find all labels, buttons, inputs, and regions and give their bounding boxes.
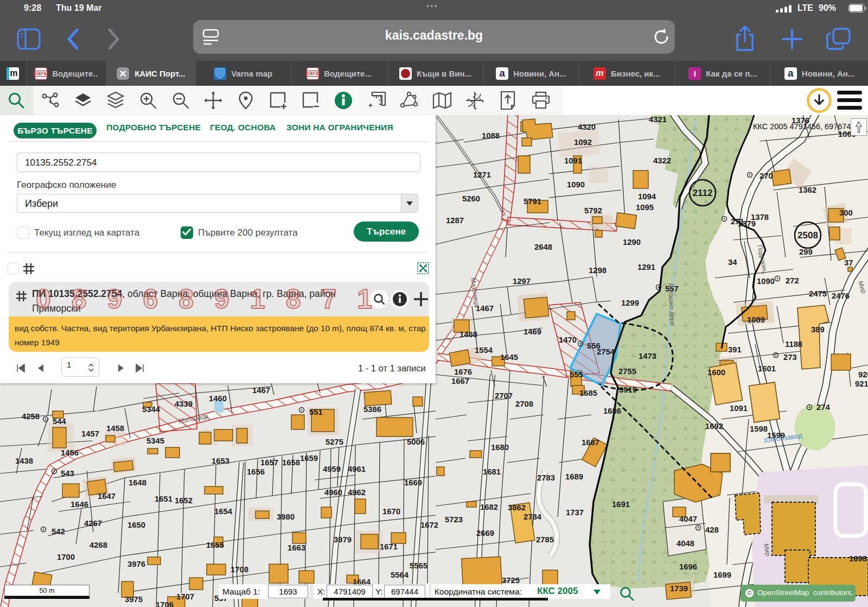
svg-text:2648: 2648 — [534, 243, 552, 251]
svg-text:1600: 1600 — [707, 368, 725, 377]
svg-text:3725: 3725 — [502, 576, 520, 585]
svg-text:1682: 1682 — [480, 503, 498, 511]
svg-text:1667: 1667 — [451, 377, 469, 385]
svg-text:1091: 1091 — [564, 156, 582, 165]
svg-text:4320: 4320 — [578, 123, 596, 131]
svg-text:4959: 4959 — [323, 465, 341, 473]
svg-text:1737: 1737 — [566, 508, 584, 517]
svg-text:1362: 1362 — [799, 186, 816, 194]
svg-text:2785: 2785 — [536, 535, 554, 544]
svg-text:1672: 1672 — [420, 521, 438, 529]
svg-text:1698: 1698 — [849, 554, 867, 563]
svg-text:5275: 5275 — [326, 438, 343, 446]
svg-text:5386: 5386 — [363, 405, 381, 414]
svg-text:1598: 1598 — [750, 425, 768, 433]
svg-text:1092: 1092 — [574, 138, 592, 147]
svg-text:5345: 5345 — [146, 437, 164, 445]
svg-text:5006: 5006 — [407, 438, 425, 446]
svg-text:1706: 1706 — [156, 600, 174, 607]
svg-text:389: 389 — [811, 325, 825, 334]
svg-text:551: 551 — [309, 408, 323, 416]
svg-text:1287: 1287 — [446, 216, 464, 225]
svg-text:1601: 1601 — [758, 364, 776, 373]
svg-text:5792: 5792 — [584, 206, 602, 215]
svg-text:1670: 1670 — [382, 507, 400, 516]
svg-text:5723: 5723 — [445, 515, 463, 524]
svg-text:273: 273 — [783, 353, 797, 362]
svg-text:1707: 1707 — [176, 592, 194, 601]
svg-text:1646: 1646 — [71, 500, 88, 509]
svg-text:1473: 1473 — [639, 352, 656, 361]
svg-text:1460: 1460 — [209, 394, 227, 403]
svg-text:1652: 1652 — [175, 496, 193, 505]
svg-text:1681: 1681 — [483, 467, 501, 476]
svg-text:3976: 3976 — [127, 560, 145, 568]
svg-text:5791: 5791 — [524, 197, 541, 206]
svg-text:542: 542 — [52, 527, 65, 536]
svg-text:1645: 1645 — [500, 353, 518, 362]
svg-text:1291: 1291 — [637, 263, 655, 271]
svg-text:4321: 4321 — [649, 115, 667, 124]
svg-text:4339: 4339 — [175, 400, 193, 408]
svg-text:2708: 2708 — [515, 400, 533, 408]
svg-text:300: 300 — [839, 208, 853, 217]
svg-text:4047: 4047 — [679, 515, 697, 523]
svg-text:1088: 1088 — [482, 131, 500, 140]
svg-text:1658: 1658 — [282, 458, 300, 467]
svg-text:5344: 5344 — [142, 405, 161, 414]
svg-text:2669: 2669 — [476, 529, 494, 538]
svg-text:1297: 1297 — [513, 277, 531, 286]
svg-text:1691: 1691 — [612, 500, 630, 509]
svg-text:2476: 2476 — [832, 292, 850, 300]
svg-text:1456: 1456 — [61, 448, 79, 457]
svg-text:921: 921 — [855, 380, 868, 388]
svg-text:2508: 2508 — [797, 230, 818, 241]
svg-text:1676: 1676 — [454, 368, 472, 376]
svg-text:1458: 1458 — [106, 424, 124, 433]
svg-text:1271: 1271 — [473, 170, 491, 179]
svg-text:4258: 4258 — [22, 412, 40, 421]
svg-text:4962: 4962 — [348, 488, 366, 497]
svg-text:2475: 2475 — [809, 289, 827, 298]
svg-text:1699: 1699 — [713, 571, 731, 579]
svg-text:3979: 3979 — [334, 535, 352, 544]
svg-text:5260: 5260 — [462, 194, 480, 203]
svg-text:1647: 1647 — [98, 492, 116, 501]
svg-text:1687: 1687 — [582, 438, 599, 447]
svg-text:1090: 1090 — [757, 277, 775, 286]
svg-text:1467: 1467 — [252, 386, 270, 395]
svg-text:3980: 3980 — [277, 513, 295, 521]
svg-text:1671: 1671 — [380, 542, 398, 551]
svg-text:1708: 1708 — [231, 565, 248, 574]
svg-text:391: 391 — [728, 345, 742, 354]
svg-text:1696: 1696 — [679, 562, 697, 571]
svg-text:1689: 1689 — [565, 472, 583, 481]
svg-text:544: 544 — [53, 417, 66, 426]
svg-text:1659: 1659 — [300, 454, 318, 463]
svg-text:4268: 4268 — [90, 541, 107, 549]
svg-text:2754: 2754 — [597, 347, 615, 356]
svg-text:1468: 1468 — [459, 330, 477, 339]
svg-text:1655: 1655 — [206, 541, 224, 549]
svg-text:1095: 1095 — [636, 203, 654, 212]
svg-text:1657: 1657 — [260, 458, 278, 467]
svg-text:4267: 4267 — [84, 519, 102, 528]
svg-text:271: 271 — [731, 217, 744, 226]
svg-text:1091: 1091 — [730, 404, 748, 413]
svg-text:274: 274 — [816, 403, 830, 412]
svg-text:1700: 1700 — [57, 553, 75, 561]
svg-text:2783: 2783 — [537, 473, 555, 482]
svg-text:1469: 1469 — [524, 327, 541, 336]
svg-text:5564: 5564 — [391, 571, 409, 579]
svg-text:1457: 1457 — [81, 429, 99, 438]
svg-text:3919: 3919 — [619, 385, 637, 394]
svg-text:1653: 1653 — [212, 457, 229, 465]
svg-text:1663: 1663 — [288, 543, 305, 552]
svg-text:1651: 1651 — [155, 495, 173, 503]
svg-text:4048: 4048 — [676, 539, 694, 548]
svg-text:1089: 1089 — [747, 315, 765, 324]
svg-text:1685: 1685 — [579, 389, 597, 397]
svg-text:1654: 1654 — [214, 507, 233, 516]
svg-text:920: 920 — [858, 370, 868, 379]
svg-text:1680: 1680 — [491, 443, 509, 452]
